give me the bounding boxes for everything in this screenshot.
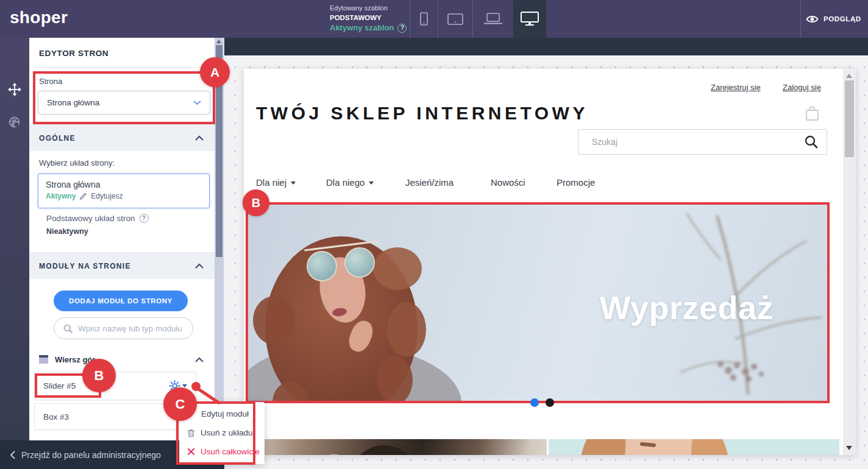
slider-caption: Wyprzedaż: [599, 289, 774, 326]
annotation-badge-b-slider: B: [243, 189, 269, 216]
mobile-icon: [420, 12, 428, 26]
module-search: [54, 317, 193, 339]
trash-icon: [187, 429, 195, 437]
banner-person-hair: [347, 445, 421, 455]
default-layout-status: Nieaktywny: [46, 227, 88, 236]
chevron-up-icon: [195, 357, 204, 362]
banner-card-left[interactable]: [256, 439, 547, 455]
sunglasses-lens: [344, 247, 375, 278]
shoper-logo: shoper: [10, 8, 68, 27]
nav-label: Promocje: [557, 177, 595, 188]
annotation-badge-b-row: B: [82, 359, 116, 392]
back-to-admin-label: Przejdź do panelu administracyjnego: [21, 450, 161, 460]
nav-item-jesien-zima[interactable]: Jesień/zima: [405, 177, 454, 188]
model-hair-curl: [377, 356, 413, 401]
row-group-header[interactable]: Wiersz gór: [29, 348, 215, 370]
section-modules-label: MODUŁY NA STRONIE: [39, 262, 131, 270]
scroll-up-arrow[interactable]: [216, 40, 221, 43]
tablet-icon: [447, 13, 463, 25]
module-name: Box #3: [43, 412, 69, 421]
section-header-modules[interactable]: MODUŁY NA STRONIE: [29, 252, 215, 279]
palette-icon[interactable]: [8, 116, 21, 129]
menu-item-delete-completely[interactable]: Usuń całkowicie: [179, 442, 265, 461]
template-info: Edytowany szablon PODSTAWOWY Aktywny sza…: [330, 4, 407, 34]
scroll-up-arrow[interactable]: [846, 74, 852, 78]
nav-label: Dla niej: [256, 177, 286, 188]
page-select[interactable]: Strona główna: [38, 91, 210, 115]
help-icon[interactable]: ?: [397, 24, 407, 33]
divider: [29, 67, 215, 68]
search-icon[interactable]: [805, 135, 818, 149]
left-toolbar: [0, 38, 29, 440]
menu-item-remove-from-layout[interactable]: Usuń z układu: [179, 423, 265, 442]
shop-preview: Zarejestruj się Zaloguj się TWÓJ SKLEP I…: [244, 69, 856, 455]
sunglasses-lens: [307, 251, 337, 281]
device-tab-desktop[interactable]: [513, 0, 546, 38]
caret-down-icon: [291, 182, 296, 185]
page-editor-panel: EDYTOR STRON Strona Strona główna OGÓLNE…: [29, 38, 215, 440]
nav-item-dla-niego[interactable]: Dla niego: [326, 177, 374, 188]
template-info-label: Edytowany szablon: [330, 4, 407, 13]
model-hair-curl: [387, 302, 426, 357]
section-header-general[interactable]: OGÓLNE: [29, 124, 215, 151]
module-search-input[interactable]: [78, 324, 182, 333]
template-name: PODSTAWOWY: [330, 13, 407, 23]
slider-dot[interactable]: [546, 398, 554, 407]
nav-item-nowosci[interactable]: Nowości: [491, 177, 525, 188]
nav-label: Jesień/zima: [405, 177, 454, 188]
device-tab-tablet[interactable]: [438, 0, 472, 38]
model-hair-curl: [373, 247, 422, 290]
preview-scrollbar-thumb[interactable]: [845, 80, 854, 157]
model-hair-curl: [253, 296, 296, 345]
banner-card-right[interactable]: [549, 439, 839, 455]
help-icon[interactable]: ?: [140, 214, 149, 223]
add-module-button[interactable]: DODAJ MODUŁ DO STRONY: [54, 291, 188, 311]
caret-down-icon: [369, 182, 374, 185]
shop-search-input[interactable]: [592, 137, 799, 147]
laptop-icon: [483, 13, 503, 25]
pencil-icon: [79, 192, 87, 200]
menu-item-label: Usuń z układu: [201, 428, 253, 437]
chevron-down-icon: [193, 100, 201, 105]
menu-item-label: Edytuj moduł: [201, 409, 249, 418]
banner-hair: [686, 439, 737, 455]
preview-button-label: PODGLĄD: [824, 15, 861, 23]
slider-module[interactable]: Wyprzedaż: [248, 205, 827, 401]
search-icon: [63, 324, 73, 333]
menu-item-label: Usuń całkowicie: [201, 447, 260, 456]
layout-status-active: Aktywny: [46, 192, 76, 200]
caret-down-icon: [182, 384, 187, 387]
register-link[interactable]: Zarejestruj się: [711, 83, 761, 92]
layout-card-active[interactable]: Strona główna Aktywny Edytujesz: [38, 174, 210, 208]
nav-item-promocje[interactable]: Promocje: [557, 177, 595, 188]
panel-title: EDYTOR STRON: [39, 49, 108, 58]
preview-scrollbar[interactable]: [843, 69, 856, 455]
cart-bag-icon[interactable]: [805, 105, 820, 122]
annotation-badge-c: C: [163, 387, 197, 421]
chevron-left-icon: [10, 451, 15, 459]
preview-button[interactable]: PODGLĄD: [806, 0, 868, 38]
login-link[interactable]: Zaloguj się: [783, 83, 821, 92]
layout-card-title: Strona główna: [46, 180, 202, 189]
x-icon: [187, 448, 195, 456]
move-icon[interactable]: [8, 83, 21, 96]
eye-icon: [806, 15, 819, 24]
layout-select-label: Wybierz układ strony:: [39, 158, 115, 168]
nav-label: Nowości: [491, 177, 525, 188]
device-tab-mobile[interactable]: [410, 0, 438, 38]
slider-dot-active[interactable]: [530, 398, 539, 407]
scroll-down-arrow[interactable]: [846, 446, 852, 450]
module-thumb-icon: [39, 355, 48, 364]
chevron-up-icon: [195, 135, 204, 141]
template-status-text: Aktywny szablon: [330, 23, 394, 34]
device-tab-laptop[interactable]: [473, 0, 513, 38]
desktop-icon: [521, 12, 539, 26]
panel-scrollbar[interactable]: [215, 38, 224, 440]
banner-person-sweater: [276, 453, 352, 455]
shop-search: [578, 129, 827, 155]
default-layout-title: Podstawowy układ stron: [46, 214, 135, 223]
default-layout-row[interactable]: Podstawowy układ stron ?: [46, 214, 149, 223]
layout-editing-label: Edytujesz: [91, 192, 123, 200]
nav-item-dla-niej[interactable]: Dla niej: [256, 177, 296, 188]
top-bar: shoper Edytowany szablon PODSTAWOWY Akty…: [0, 0, 868, 38]
